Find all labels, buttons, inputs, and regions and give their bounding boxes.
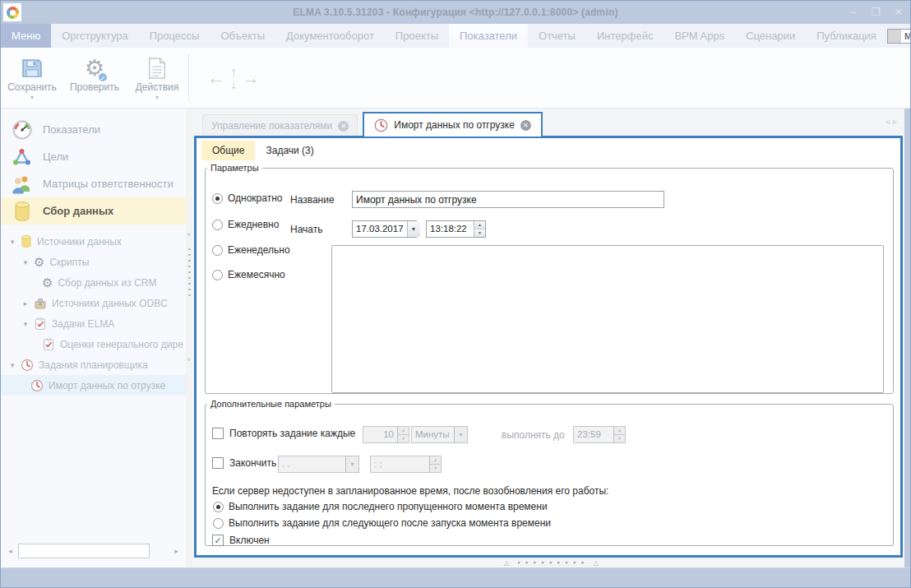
tree-item-elma-tasks[interactable]: ▾ Задачи ELMA [1, 313, 186, 334]
splitter-handle[interactable]: ▪ ▪ ▪ ▪ ▪ ▪ ▪ ▪ ▪ [517, 558, 585, 567]
name-input[interactable] [352, 191, 664, 208]
tab-general[interactable]: Общие [201, 141, 255, 160]
menu-item-projects[interactable]: Проекты [385, 24, 449, 48]
enabled-checkbox[interactable]: ✓ Включен [212, 535, 270, 546]
menu-item-interface[interactable]: Интерфейс [586, 24, 664, 48]
until-time-spinner: 23:59 ▲▼ [573, 426, 626, 443]
finish-checkbox[interactable]: Закончить [212, 457, 276, 469]
scroll-left-icon[interactable]: ◂ [4, 543, 16, 559]
calendar-dropdown-icon[interactable]: ▼ [407, 221, 420, 237]
checkbox-icon[interactable] [212, 457, 224, 469]
close-button[interactable]: ✕ [887, 2, 910, 23]
tab-close-icon[interactable]: ✕ [338, 121, 349, 132]
collapse-left-icon[interactable]: ◃ [187, 230, 190, 238]
tab-close-icon[interactable]: ✕ [520, 120, 531, 131]
tree-item-shipment-import[interactable]: Иморт данных по отрузке [1, 375, 186, 396]
time-spin-buttons: ▲▼ [429, 456, 441, 472]
nav-left-icon[interactable]: ← [202, 67, 230, 89]
actions-dropdown-caret-icon[interactable]: ▾ [155, 94, 159, 101]
checkbox-icon[interactable] [212, 428, 224, 439]
data-sources-tree: ▾ Источники данных ▾ ⚙ Скрипты ⚙ Сбор да… [1, 231, 186, 396]
expander-icon[interactable]: ▸ [21, 299, 30, 308]
radio-icon[interactable] [212, 193, 223, 204]
radio-run-next[interactable]: Выполнить задание для следующего после з… [213, 517, 551, 529]
menu-item-scenarios[interactable]: Сценарии [735, 24, 806, 48]
repeat-unit-value: Минуты [412, 427, 454, 442]
expander-icon[interactable]: ▾ [7, 238, 17, 246]
radio-monthly[interactable]: Ежемесячно [212, 269, 285, 280]
sidebar-item-responsibility-matrices[interactable]: Матрицы ответственности [1, 170, 186, 197]
tab-scroll-arrows[interactable]: ◃▹ [886, 117, 900, 126]
tree-item-scheduler-jobs[interactable]: ▾ Задания планировщика [1, 354, 186, 375]
tab-shipment-import[interactable]: Иморт данных по отгрузке ✕ [363, 112, 543, 137]
start-time-spinner[interactable]: 13:18:22 ▲▼ [426, 220, 486, 238]
tree-item-data-sources[interactable]: ▾ Источники данных [1, 231, 186, 252]
spin-up-icon[interactable]: ▲ [474, 221, 485, 229]
verify-button[interactable]: ⚙✓ Проверить [63, 48, 126, 108]
bottom-splitter[interactable]: △ ▪ ▪ ▪ ▪ ▪ ▪ ▪ ▪ ▪ △ [192, 558, 910, 567]
spin-up-icon: ▲ [430, 456, 441, 465]
parameters-group-title: Параметры [207, 163, 262, 173]
radio-daily[interactable]: Ежедневно [212, 219, 279, 230]
actions-button[interactable]: Действия ▾ [126, 48, 188, 108]
menu-item-processes[interactable]: Процессы [139, 24, 210, 48]
nav-right-icon[interactable]: → [237, 67, 265, 89]
maximize-button[interactable]: ❒ [864, 2, 887, 23]
radio-icon[interactable] [213, 502, 224, 512]
sidebar-item-goals[interactable]: Цели [1, 143, 186, 170]
splitter-handle[interactable] [188, 248, 191, 298]
scroll-right-icon[interactable]: ▸ [170, 543, 183, 559]
menu-item-indicators[interactable]: Показатели [449, 24, 528, 48]
radio-weekly[interactable]: Еженедельно [212, 244, 290, 256]
tab-indicator-management[interactable]: Управление показателями ✕ [202, 114, 358, 137]
radio-icon[interactable] [212, 270, 223, 280]
menu-item-bpm-apps[interactable]: BPM Apps [664, 24, 735, 48]
radio-icon[interactable] [212, 220, 223, 230]
menu-item-objects[interactable]: Объекты [210, 24, 275, 48]
sidebar-item-data-collection[interactable]: Сбор данных [1, 197, 186, 225]
tree-item-scripts[interactable]: ▾ ⚙ Скрипты [1, 252, 186, 272]
save-dropdown-caret-icon[interactable]: ▾ [30, 94, 34, 101]
start-time-value: 13:18:22 [427, 221, 474, 237]
tree-item-ceo-evaluations[interactable]: Оценки генерального дире [1, 334, 186, 354]
radio-icon[interactable] [213, 518, 224, 529]
save-button[interactable]: Сохранить ▾ [1, 48, 63, 108]
checkbox-icon[interactable]: ✓ [212, 535, 224, 546]
start-date-picker[interactable]: 17.03.2017 ▼ [352, 220, 417, 238]
menu-item-orgstructure[interactable]: Оргструктура [51, 24, 139, 48]
sidebar-item-indicators[interactable]: Показатели [1, 116, 186, 143]
navigation-arrows: ← ↑ ↓ → [189, 48, 278, 108]
sidebar-horizontal-scrollbar[interactable]: ◂ ▸ [4, 543, 183, 559]
collapse-up-icon[interactable]: △ [504, 559, 509, 567]
menu-item-docflow[interactable]: Документооборот [275, 24, 385, 48]
nav-down-icon[interactable]: ↓ [230, 78, 237, 90]
expander-icon[interactable]: ▾ [21, 320, 30, 328]
server-unavailable-note: Если сервер недоступен в запланированное… [212, 485, 608, 497]
expander-icon[interactable]: ▾ [7, 361, 17, 369]
scrollbar-track[interactable] [16, 544, 170, 558]
max-toggle[interactable]: MAX [887, 29, 911, 44]
until-time-value: 23:59 [574, 427, 613, 442]
nav-up-icon[interactable]: ↑ [230, 66, 237, 78]
collapse-up-icon[interactable]: △ [594, 559, 599, 567]
tree-item-crm-collection[interactable]: ⚙ Сбор данных из CRM [1, 272, 186, 293]
description-box[interactable] [331, 245, 884, 393]
spin-down-icon[interactable]: ▼ [474, 229, 485, 237]
expander-icon[interactable]: ▾ [21, 258, 30, 266]
radio-icon[interactable] [212, 245, 223, 256]
tree-item-odbc-sources[interactable]: ▸ Источники данных ODBC [1, 293, 186, 313]
radio-run-last-missed[interactable]: Выполнить задание для последнего пропуще… [213, 501, 548, 512]
repeat-checkbox[interactable]: Повторять задание каждые [212, 428, 355, 439]
radio-once[interactable]: Однократно [212, 192, 283, 204]
time-spin-buttons[interactable]: ▲▼ [474, 221, 485, 237]
menu-item-publication[interactable]: Публикация [806, 24, 887, 48]
scrollbar-thumb[interactable] [18, 544, 150, 558]
minimize-button[interactable]: – [841, 2, 864, 23]
gear-icon: ⚙ [42, 276, 53, 289]
tab-label: Управление показателями [211, 120, 332, 132]
tab-tasks[interactable]: Задачи (3) [255, 141, 324, 160]
menu-button[interactable]: Меню [1, 24, 51, 48]
sidebar-splitter[interactable]: ◃ ◃ [186, 109, 192, 567]
menu-item-reports[interactable]: Отчеты [528, 24, 586, 48]
collapse-left-icon[interactable]: ◃ [187, 355, 190, 363]
